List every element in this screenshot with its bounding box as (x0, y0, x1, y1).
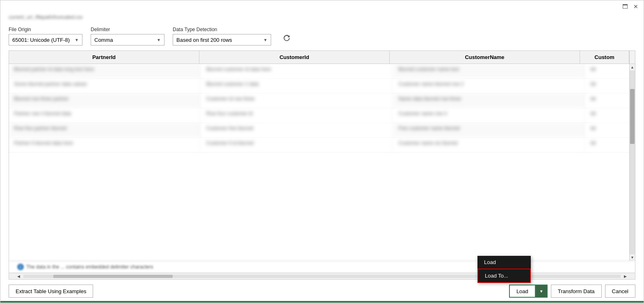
table-row: Partner row 4 blurred data Row four cust… (9, 108, 635, 123)
table-body: Blurred partner id data long text here B… (9, 64, 635, 261)
table-row: Some blurred partner data values Blurred… (9, 79, 635, 93)
dropdown-item-load-to[interactable]: Load To... (477, 269, 531, 283)
cell: blr (586, 108, 635, 123)
cell: Blurred customer name text (393, 64, 586, 78)
footer: Extract Table Using Examples Load Load T… (0, 280, 644, 303)
file-origin-label: File Origin (9, 27, 82, 32)
file-origin-arrow-icon: ▼ (75, 38, 79, 42)
data-table: PartnerId CustomerId CustomerName Custom… (9, 50, 635, 280)
cell: Blurred customer id data here (201, 64, 394, 78)
data-type-select[interactable]: Based on first 200 rows ▼ (173, 34, 271, 46)
cell: Row four customer id (201, 108, 394, 123)
col-header-customerid: CustomerId (199, 51, 390, 64)
title-bar: 🗖 ✕ (0, 0, 644, 13)
col-header-partnerid: PartnerId (9, 51, 199, 64)
cell: Customer name six blurred (393, 138, 586, 152)
data-type-value: Based on first 200 rows (176, 37, 232, 43)
cell: Customer five blurred (201, 123, 394, 137)
title-bar-controls: 🗖 ✕ (621, 3, 639, 10)
file-origin-value: 65001: Unicode (UTF-8) (12, 37, 70, 43)
cell: Blurred partner id data long text here (9, 64, 201, 78)
cell: Customer name row 4 (393, 108, 586, 123)
cell: Blurred row three partner (9, 93, 201, 108)
cell: Customer name blurred row 2 (393, 79, 586, 93)
scroll-down-icon[interactable]: ▼ (630, 254, 635, 261)
table-header: PartnerId CustomerId CustomerName Custom (9, 51, 635, 64)
info-icon: i (17, 264, 24, 270)
dropdown-item-load[interactable]: Load (477, 256, 531, 269)
scroll-left-icon[interactable]: ◀ (16, 274, 22, 278)
h-scroll-track[interactable] (23, 275, 621, 278)
data-type-label: Data Type Detection (173, 27, 271, 32)
load-dropdown-arrow-button[interactable]: ▼ (536, 285, 548, 298)
file-origin-select[interactable]: 65001: Unicode (UTF-8) ▼ (9, 34, 82, 46)
cell: Row five partner blurred (9, 123, 201, 137)
delimiter-select[interactable]: Comma ▼ (91, 34, 164, 46)
vertical-scrollbar[interactable]: ▲ ▼ (629, 64, 635, 261)
cell: Blurred customer 2 data (201, 79, 394, 93)
cell: Partner 6 blurred data here (9, 138, 201, 152)
cell: blr (586, 79, 635, 93)
dialog: 🗖 ✕ current_url_/filepath/truncated.csv … (0, 0, 644, 303)
cell: Name data blurred row three (393, 93, 586, 108)
load-arrow-icon: ▼ (539, 289, 544, 294)
cell: blr (586, 123, 635, 137)
scroll-thumb (630, 89, 635, 144)
cell: blr (586, 93, 635, 108)
table-row: Partner 6 blurred data here Customer 6 i… (9, 138, 635, 153)
refresh-icon[interactable] (283, 34, 291, 46)
delimiter-group: Delimiter Comma ▼ (91, 27, 164, 46)
cell: blr (586, 138, 635, 152)
status-text: The data in the ... contains embedded de… (26, 264, 153, 270)
bottom-green-bar (0, 301, 644, 303)
delimiter-value: Comma (94, 37, 113, 43)
file-title: current_url_/filepath/truncated.csv (0, 13, 644, 24)
cancel-button[interactable]: Cancel (605, 285, 635, 298)
delimiter-arrow-icon: ▼ (157, 38, 161, 42)
cell: Five customer name blurred (393, 123, 586, 137)
footer-right: Load Load To... Load ▼ Transform Data Ca… (509, 285, 635, 298)
table-row: Blurred row three partner Customer id ro… (9, 93, 635, 108)
transform-data-button[interactable]: Transform Data (551, 285, 602, 298)
cell: Partner row 4 blurred data (9, 108, 201, 123)
load-dropdown-menu: Load Load To... (477, 256, 531, 283)
minimize-button[interactable]: 🗖 (621, 3, 629, 10)
h-scroll-thumb (53, 275, 173, 278)
col-header-customername: CustomerName (390, 51, 580, 64)
horizontal-scrollbar[interactable]: ◀ ▶ (9, 273, 635, 279)
file-origin-group: File Origin 65001: Unicode (UTF-8) ▼ (9, 27, 82, 46)
load-button[interactable]: Load (509, 285, 536, 298)
cell: blr (586, 64, 635, 78)
cell: Customer 6 id blurred (201, 138, 394, 152)
col-header-custom: Custom (580, 51, 629, 64)
data-type-group: Data Type Detection Based on first 200 r… (173, 27, 271, 46)
table-row: Blurred partner id data long text here B… (9, 64, 635, 79)
delimiter-label: Delimiter (91, 27, 164, 32)
scroll-up-icon[interactable]: ▲ (630, 64, 635, 71)
close-button[interactable]: ✕ (632, 3, 639, 10)
load-split-button: Load ▼ (509, 285, 548, 298)
extract-table-button[interactable]: Extract Table Using Examples (9, 285, 93, 298)
data-type-arrow-icon: ▼ (263, 38, 267, 42)
controls-row: File Origin 65001: Unicode (UTF-8) ▼ Del… (0, 24, 644, 50)
status-bar: i The data in the ... contains embedded … (9, 261, 635, 273)
table-row: Row five partner blurred Customer five b… (9, 123, 635, 138)
scroll-track[interactable] (630, 71, 635, 254)
scroll-right-icon[interactable]: ▶ (622, 274, 628, 278)
cell: Some blurred partner data values (9, 79, 201, 93)
cell: Customer id row three (201, 93, 394, 108)
